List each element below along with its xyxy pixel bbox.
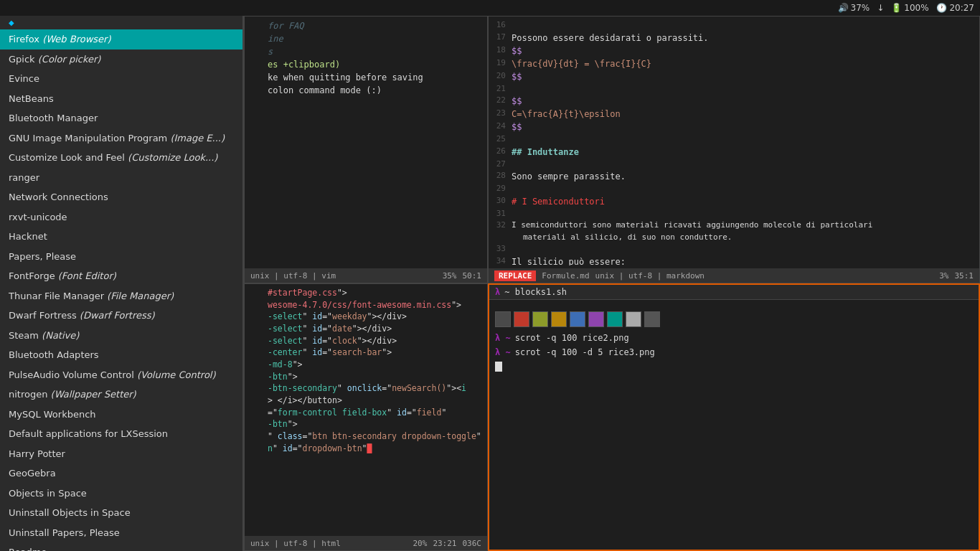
taskbar-separator: ↓ <box>877 3 884 13</box>
menu-item-netbeans[interactable]: NetBeans <box>0 89 242 109</box>
editor-content-left-bottom: #startPage.css"> wesome-4.7.0/css/font-a… <box>245 284 487 533</box>
color-swatch-6 <box>607 311 623 327</box>
terminal-cmd-text-1: scrot -q 100 rice2.png <box>515 333 629 343</box>
editor-content-right-top: 16 17Possono essere desidarati o parassi… <box>489 17 979 265</box>
menu-item-nitrogen[interactable]: nitrogen (Wallpaper Setter) <box>0 385 242 405</box>
terminal-cursor-line <box>495 362 973 372</box>
editor-markdown-right[interactable]: 16 17Possono essere desidarati o parassi… <box>488 16 980 283</box>
editor-html-left[interactable]: #startPage.css"> wesome-4.7.0/css/font-a… <box>244 283 488 551</box>
terminal-title: ~ blocks1.sh <box>504 287 567 297</box>
replace-mode-badge: REPLACE <box>494 270 536 281</box>
menu-item-mysql[interactable]: MySQL Workbench <box>0 405 242 425</box>
statusbar-pos-right: 35:1 <box>955 271 974 281</box>
menu-item-bluetooth2[interactable]: Bluetooth Adapters <box>0 345 242 365</box>
color-swatches-row <box>495 311 973 327</box>
statusbar-vim-left: unix | utf-8 | vim 35% 50:1 <box>245 268 487 283</box>
color-swatch-8 <box>644 311 660 327</box>
menu-item-thunar[interactable]: Thunar File Manager (File Manager) <box>0 286 242 306</box>
statusbar-encoding-right: unix | utf-8 | markdown <box>595 271 705 281</box>
statusbar-pos-html: 23:21 <box>433 539 456 548</box>
statusbar-percent-right: 3% <box>939 271 948 281</box>
volume-icon: 🔊 <box>838 3 849 13</box>
color-swatch-4 <box>570 311 585 327</box>
statusbar-markdown: REPLACE Formule.md unix | utf-8 | markdo… <box>489 268 979 283</box>
menu-item-customize[interactable]: Customize Look and Feel (Customize Look.… <box>0 148 242 168</box>
menu-item-papers[interactable]: Papers, Please <box>0 247 242 267</box>
app-menu[interactable]: ◆ Firefox (Web Browser)Gpick (Color pick… <box>0 16 244 551</box>
terminal-lambda: λ <box>495 287 500 297</box>
color-swatch-0 <box>495 311 511 327</box>
menu-item-steam[interactable]: Steam (Native) <box>0 326 242 346</box>
color-swatch-1 <box>514 311 529 327</box>
terminal-header: λ ~ blocks1.sh <box>489 285 979 300</box>
color-swatch-2 <box>532 311 548 327</box>
battery-icon: 🔋 <box>891 3 902 13</box>
terminal-cursor <box>495 362 502 372</box>
menu-diamond: ◆ <box>0 16 242 29</box>
menu-item-evince[interactable]: Evince <box>0 69 242 89</box>
editor-vim-left[interactable]: for FAQ ine s es +clipboard) ke when qui… <box>244 16 488 283</box>
statusbar-percent-left: 35% <box>443 271 457 281</box>
terminal-cmd-1: λ ~ scrot -q 100 rice2.png <box>495 333 973 343</box>
menu-item-hacknet[interactable]: Hacknet <box>0 227 242 247</box>
menu-item-ranger[interactable]: ranger <box>0 168 242 188</box>
menu-item-rxvt[interactable]: rxvt-unicode <box>0 207 242 227</box>
statusbar-pos-left: 50:1 <box>463 271 482 281</box>
volume-indicator: 🔊 37% <box>838 3 870 13</box>
menu-item-firefox[interactable]: Firefox (Web Browser) <box>0 29 242 50</box>
terminal-prompt-1: λ ~ <box>495 333 511 343</box>
terminal-panel[interactable]: λ ~ blocks1.sh λ ~ scrot -q 100 rice2.pn… <box>488 283 980 551</box>
editor-content-left-top: for FAQ ine s es +clipboard) ke when qui… <box>245 17 487 265</box>
color-swatch-5 <box>588 311 604 327</box>
color-swatch-7 <box>626 311 641 327</box>
terminal-cmd-text-2: scrot -q 100 -d 5 rice3.png <box>515 347 655 357</box>
statusbar-filename: Formule.md <box>542 271 589 281</box>
statusbar-html: unix | utf-8 | html 20% 23:21 036C <box>245 536 487 550</box>
menu-item-geogebra[interactable]: GeoGebra <box>0 463 242 484</box>
menu-item-dwarf[interactable]: Dwarf Fortress (Dwarf Fortress) <box>0 306 242 326</box>
menu-item-pulseaudio[interactable]: PulseAudio Volume Control (Volume Contro… <box>0 365 242 385</box>
statusbar-encoding-left: unix | utf-8 | vim <box>250 271 336 281</box>
panels-container: for FAQ ine s es +clipboard) ke when qui… <box>244 16 980 551</box>
menu-item-network[interactable]: Network Connections <box>0 187 242 207</box>
statusbar-extra-html: 036C <box>463 539 482 548</box>
menu-item-uninstall-objects[interactable]: Uninstall Objects in Space <box>0 503 242 523</box>
menu-item-readme[interactable]: Readme <box>0 542 242 551</box>
terminal-content: λ ~ scrot -q 100 rice2.png λ ~ scrot -q … <box>489 300 979 545</box>
menu-item-uninstall-papers[interactable]: Uninstall Papers, Please <box>0 523 242 543</box>
menu-item-harrypotter[interactable]: Harry Potter <box>0 444 242 464</box>
statusbar-percent-html: 20% <box>413 539 428 548</box>
menu-item-objects[interactable]: Objects in Space <box>0 484 242 504</box>
clock: 🕐 20:27 <box>936 3 974 13</box>
terminal-prompt-2: λ ~ <box>495 347 511 357</box>
color-swatch-3 <box>551 311 567 327</box>
menu-item-gimp[interactable]: GNU Image Manipulation Program (Image E.… <box>0 128 242 149</box>
battery-indicator: 🔋 100% <box>891 3 928 13</box>
menu-item-gpick[interactable]: Gpick (Color picker) <box>0 50 242 70</box>
menu-item-fontforge[interactable]: FontForge (Font Editor) <box>0 266 242 286</box>
menu-item-default[interactable]: Default applications for LXSession <box>0 424 242 444</box>
clock-icon: 🕐 <box>936 3 947 13</box>
taskbar: 🔊 37% ↓ 🔋 100% 🕐 20:27 <box>0 0 980 16</box>
terminal-cmd-2: λ ~ scrot -q 100 -d 5 rice3.png <box>495 347 973 357</box>
statusbar-encoding-html: unix | utf-8 | html <box>250 539 341 548</box>
menu-item-bluetooth[interactable]: Bluetooth Manager <box>0 108 242 128</box>
